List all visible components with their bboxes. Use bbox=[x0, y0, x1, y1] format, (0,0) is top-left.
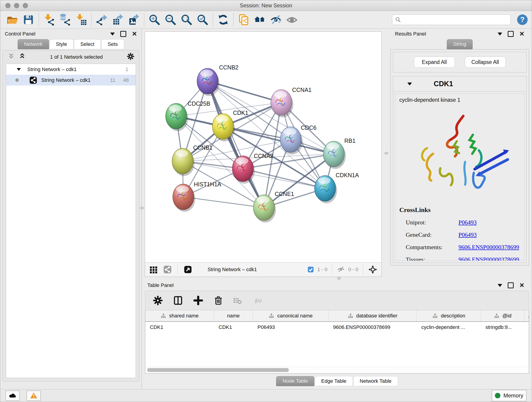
tab-style[interactable]: Style bbox=[50, 39, 74, 49]
cloud-status-button[interactable] bbox=[6, 390, 20, 401]
tab-network[interactable]: Network bbox=[18, 39, 49, 49]
scrollbar-thumb[interactable] bbox=[147, 368, 289, 372]
search-box[interactable] bbox=[392, 14, 511, 25]
selected-checkbox-icon[interactable] bbox=[307, 266, 314, 273]
node-label-CCNB2: CCNB2 bbox=[219, 64, 239, 70]
panel-resize-handle[interactable] bbox=[140, 207, 144, 209]
network-node-CCNB2[interactable]: CCNB2 bbox=[197, 64, 239, 96]
panel-menu-icon[interactable] bbox=[498, 284, 502, 289]
tab-string[interactable]: String bbox=[447, 39, 473, 49]
crosslink-link[interactable]: P06493 bbox=[458, 219, 476, 226]
panel-menu-icon[interactable] bbox=[498, 32, 502, 38]
network-node-CCNA2[interactable]: CCNA2 bbox=[232, 153, 273, 184]
crosslink-label: Uniprot: bbox=[406, 219, 458, 226]
search-input[interactable] bbox=[403, 17, 508, 23]
tab-network-table[interactable]: Network Table bbox=[353, 376, 398, 386]
control-panel-title: Control Panel bbox=[5, 31, 35, 37]
warning-status-button[interactable] bbox=[27, 390, 41, 401]
panel-resize-handle[interactable] bbox=[337, 277, 341, 280]
add-column-icon[interactable] bbox=[192, 295, 204, 306]
column-header-shared-name[interactable]: shared name bbox=[145, 310, 214, 321]
memory-label: Memory bbox=[503, 392, 523, 399]
zoom-selected-button[interactable] bbox=[195, 12, 210, 27]
hide-selected-button[interactable] bbox=[268, 12, 284, 27]
network-canvas[interactable]: CCNB2 CCNA1 CDC25B CDK1 CDC6 RB1 CCNB1 C… bbox=[145, 32, 381, 262]
export-image-button[interactable] bbox=[126, 12, 142, 27]
network-node-HIST1H1A[interactable]: HIST1H1A bbox=[173, 181, 221, 212]
tab-node-table[interactable]: Node Table bbox=[276, 376, 314, 386]
import-network-from-file-button[interactable] bbox=[41, 12, 57, 27]
network-tree-row[interactable]: String Network – cdk1 1 bbox=[6, 64, 136, 75]
window-close-button[interactable] bbox=[5, 3, 11, 8]
traffic-lights bbox=[5, 0, 28, 11]
table-row[interactable]: CDK1CDK1P064939606.ENSP00000378699cyclin… bbox=[145, 322, 529, 333]
birdseye-view-icon[interactable] bbox=[183, 264, 193, 274]
crosslink-link[interactable]: 9606.ENSP00000378699 bbox=[458, 244, 519, 251]
network-tree-row[interactable]: String Network – cdk1 11 48 bbox=[6, 75, 136, 85]
grid-view-icon[interactable] bbox=[149, 264, 159, 274]
panel-close-icon[interactable]: ✕ bbox=[132, 31, 137, 37]
column-header-namespace[interactable]: namespace bbox=[525, 310, 529, 321]
apply-layout-button[interactable] bbox=[215, 12, 231, 27]
memory-button[interactable]: Memory bbox=[492, 390, 526, 401]
node-table: shared namename canonical name database … bbox=[145, 310, 529, 374]
save-session-button[interactable] bbox=[20, 12, 36, 27]
fit-content-button[interactable] bbox=[178, 12, 195, 27]
tab-edge-table[interactable]: Edge Table bbox=[315, 376, 353, 386]
crosslink-link[interactable]: 9606.ENSP00000378699 bbox=[458, 256, 519, 261]
tab-select[interactable]: Select bbox=[74, 39, 101, 49]
column-header-canonical-name[interactable]: canonical name bbox=[253, 310, 329, 321]
collapse-all-icon[interactable] bbox=[7, 52, 15, 62]
panel-float-icon[interactable] bbox=[120, 31, 126, 37]
column-header-description[interactable]: description bbox=[417, 310, 481, 321]
first-neighbors-button[interactable] bbox=[252, 12, 268, 27]
show-all-button[interactable] bbox=[284, 12, 300, 27]
network-node-CDC25B[interactable]: CDC25B bbox=[166, 100, 210, 131]
panel-close-icon[interactable]: ✕ bbox=[519, 282, 525, 288]
network-node-CDKN1A[interactable]: CDKN1A bbox=[315, 172, 359, 203]
duplicate-network-button[interactable] bbox=[236, 12, 252, 27]
help-button[interactable]: ? bbox=[517, 14, 528, 25]
collapse-all-button[interactable]: Collapse All bbox=[465, 57, 506, 68]
zoom-out-button[interactable] bbox=[162, 12, 178, 27]
crosslink-link[interactable]: P06493 bbox=[458, 231, 476, 238]
table-cell: 9606.ENSP00000378699 bbox=[329, 322, 417, 333]
current-network-dot-icon bbox=[15, 78, 19, 82]
import-network-from-database-button[interactable] bbox=[57, 12, 73, 27]
import-table-from-file-button[interactable] bbox=[73, 12, 89, 27]
network-badge-icon[interactable] bbox=[162, 264, 172, 274]
network-tree: String Network – cdk1 1 String Network –… bbox=[6, 64, 136, 378]
panel-menu-icon[interactable] bbox=[110, 32, 115, 38]
export-network-button[interactable] bbox=[94, 12, 110, 27]
string-network-icon bbox=[29, 76, 37, 84]
export-table-button[interactable] bbox=[110, 12, 126, 27]
panel-resize-handle[interactable] bbox=[385, 152, 388, 154]
panel-float-icon[interactable] bbox=[508, 282, 514, 288]
table-settings-gear-icon[interactable] bbox=[152, 295, 164, 306]
pan-crosshair-icon[interactable] bbox=[368, 264, 378, 274]
column-header-database-identifier[interactable]: database identifier bbox=[329, 310, 417, 321]
section-collapse-icon[interactable] bbox=[407, 83, 412, 88]
network-node-RB1[interactable]: RB1 bbox=[323, 138, 355, 169]
table-horizontal-scrollbar[interactable] bbox=[145, 367, 529, 373]
tree-collapse-icon[interactable] bbox=[17, 68, 21, 73]
column-header--id[interactable]: @id bbox=[481, 310, 525, 321]
show-columns-icon[interactable] bbox=[172, 295, 184, 306]
gear-icon[interactable] bbox=[127, 52, 134, 62]
zoom-in-button[interactable] bbox=[146, 12, 162, 27]
toolbar-separator bbox=[38, 13, 39, 26]
crosslink-row: Compartments: 9606.ENSP00000378699 bbox=[399, 244, 520, 251]
network-node-CCNE1[interactable]: CCNE1 bbox=[253, 191, 294, 223]
panel-close-icon[interactable]: ✕ bbox=[519, 31, 525, 37]
tab-sets[interactable]: Sets bbox=[101, 39, 124, 49]
expand-all-button[interactable]: Expand All bbox=[414, 57, 455, 68]
network-node-CDC6[interactable]: CDC6 bbox=[280, 124, 317, 154]
column-header-name[interactable]: name bbox=[214, 310, 253, 321]
expand-all-icon[interactable] bbox=[18, 52, 26, 62]
panel-float-icon[interactable] bbox=[508, 31, 514, 37]
gene-section-header[interactable]: CDK1 bbox=[393, 76, 526, 92]
window-minimize-button[interactable] bbox=[14, 3, 19, 8]
window-zoom-button[interactable] bbox=[23, 3, 28, 8]
open-session-button[interactable] bbox=[4, 12, 20, 27]
delete-column-trash-icon[interactable] bbox=[213, 295, 224, 306]
